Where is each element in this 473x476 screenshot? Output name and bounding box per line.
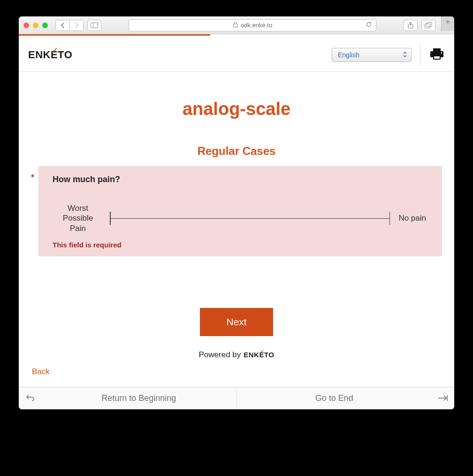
next-button[interactable]: Next <box>200 308 273 336</box>
powered-by: Powered by ENKETO✓ <box>31 350 442 360</box>
validation-error: This field is required <box>53 241 428 249</box>
sidebar-toggle-button[interactable] <box>87 20 101 31</box>
toolbar-right <box>404 20 435 31</box>
app-header: ENKETO ✓ English <box>19 36 454 72</box>
close-window-button[interactable] <box>23 23 29 28</box>
svg-rect-10 <box>434 56 440 59</box>
window-controls <box>23 23 48 28</box>
question-label: How much pain? <box>53 175 428 184</box>
svg-point-11 <box>441 53 442 54</box>
back-button[interactable] <box>55 20 69 31</box>
analog-scale: Worst Possible Pain No pain <box>53 203 428 237</box>
scale-left-label: Worst Possible Pain <box>54 203 101 233</box>
scale-right-label: No pain <box>398 213 426 223</box>
section-title: Regular Cases <box>31 145 442 158</box>
page-load-progress <box>19 34 454 36</box>
nav-buttons <box>55 20 84 31</box>
form-title: analog-scale <box>31 99 442 119</box>
select-arrows-icon <box>403 51 407 59</box>
url-text: odk.enke.to <box>241 22 272 29</box>
footer-bar: Return to Beginning Go to End <box>19 387 454 409</box>
go-end-icon[interactable] <box>432 393 454 404</box>
powered-by-text: Powered by <box>198 350 241 360</box>
url-bar[interactable]: odk.enke.to <box>129 19 376 31</box>
language-select[interactable]: English <box>332 48 412 62</box>
language-value: English <box>338 51 359 59</box>
share-button[interactable] <box>404 20 418 31</box>
enketo-logo: ENKETO ✓ <box>28 49 72 61</box>
return-to-beginning-button[interactable]: Return to Beginning <box>41 393 236 403</box>
question-block: * How much pain? Worst Possible Pain No … <box>38 166 442 256</box>
maximize-window-button[interactable] <box>42 23 48 28</box>
svg-rect-0 <box>91 23 98 28</box>
forward-button[interactable] <box>69 20 84 31</box>
reload-icon[interactable] <box>366 21 372 29</box>
go-to-end-button[interactable]: Go to End <box>237 393 432 403</box>
svg-rect-8 <box>433 48 441 52</box>
titlebar: odk.enke.to + <box>19 16 454 34</box>
new-tab-button[interactable]: + <box>441 16 454 31</box>
svg-rect-2 <box>233 24 237 27</box>
undo-icon[interactable] <box>19 393 41 404</box>
browser-window: odk.enke.to + ENKETO ✓ English <box>19 16 454 409</box>
header-divider <box>420 44 420 66</box>
form-content: analog-scale Regular Cases * How much pa… <box>19 72 454 387</box>
powered-by-logo: ENKETO✓ <box>244 351 274 359</box>
logo-text: ENKETO <box>28 49 72 61</box>
back-link[interactable]: Back <box>31 364 442 382</box>
required-asterisk: * <box>31 173 34 183</box>
minimize-window-button[interactable] <box>33 23 38 28</box>
scale-slider[interactable] <box>110 212 390 225</box>
svg-rect-5 <box>425 24 430 28</box>
logo-check-icon: ✓ <box>53 46 59 54</box>
lock-icon <box>233 22 238 29</box>
tabs-button[interactable] <box>421 20 435 31</box>
print-button[interactable] <box>429 46 445 64</box>
svg-rect-6 <box>427 23 432 27</box>
